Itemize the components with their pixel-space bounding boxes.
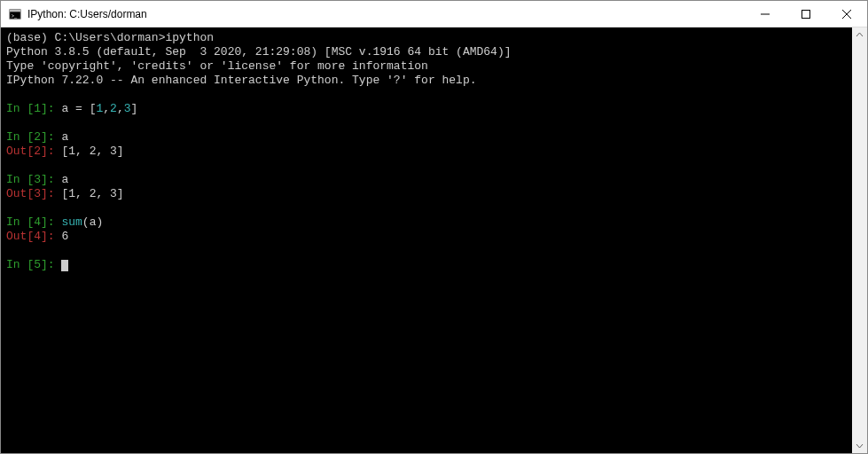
in-num: 4 bbox=[34, 215, 41, 229]
maximize-icon bbox=[802, 10, 810, 19]
code-fn: sum bbox=[61, 215, 82, 229]
code: a bbox=[61, 130, 68, 144]
out-prompt: ]: bbox=[41, 145, 61, 158]
in-prompt: ]: bbox=[41, 258, 61, 271]
code: ] bbox=[131, 102, 138, 115]
in-num: 5 bbox=[34, 258, 41, 271]
minimize-button[interactable] bbox=[745, 1, 786, 27]
banner-line: Python 3.8.5 (default, Sep 3 2020, 21:29… bbox=[6, 45, 512, 59]
scroll-down-button[interactable] bbox=[852, 438, 867, 453]
close-button[interactable] bbox=[826, 1, 867, 27]
svg-rect-4 bbox=[802, 10, 810, 18]
out-prompt: ]: bbox=[41, 187, 61, 200]
code: , bbox=[117, 102, 124, 115]
maximize-button[interactable] bbox=[786, 1, 826, 27]
in-prompt: ]: bbox=[41, 215, 61, 229]
in-prompt: ]: bbox=[41, 173, 61, 186]
out-prompt: Out[ bbox=[6, 230, 34, 243]
titlebar[interactable]: >_ IPython: C:Users/dorman bbox=[1, 1, 867, 27]
code: (a) bbox=[82, 215, 103, 229]
out-value: [1, 2, 3] bbox=[61, 187, 123, 200]
prompt-text: (base) C:\Users\dorman> bbox=[6, 31, 165, 44]
out-prompt: ]: bbox=[41, 230, 61, 243]
in-prompt: In [ bbox=[6, 102, 34, 115]
app-window: >_ IPython: C:Users/dorman (base) C:\Use… bbox=[0, 0, 868, 454]
out-value: 6 bbox=[61, 230, 68, 243]
terminal-icon: >_ bbox=[8, 7, 22, 21]
client-area: (base) C:\Users\dorman>ipython Python 3.… bbox=[1, 27, 867, 453]
chevron-up-icon bbox=[856, 31, 864, 39]
close-icon bbox=[842, 10, 851, 19]
out-num: 3 bbox=[34, 187, 41, 200]
minimize-icon bbox=[761, 10, 770, 19]
terminal[interactable]: (base) C:\Users\dorman>ipython Python 3.… bbox=[1, 27, 852, 453]
in-num: 2 bbox=[34, 130, 41, 144]
code: a bbox=[61, 173, 68, 186]
in-prompt: ]: bbox=[41, 130, 61, 144]
out-num: 4 bbox=[34, 230, 41, 243]
out-num: 2 bbox=[34, 145, 41, 158]
out-value: [1, 2, 3] bbox=[61, 145, 123, 158]
chevron-down-icon bbox=[856, 442, 864, 450]
banner-line: Type 'copyright', 'credits' or 'license'… bbox=[6, 59, 428, 73]
cursor bbox=[61, 260, 68, 271]
vertical-scrollbar[interactable] bbox=[852, 27, 867, 453]
window-title: IPython: C:Users/dorman bbox=[27, 8, 745, 20]
window-controls bbox=[745, 1, 867, 27]
in-prompt: In [ bbox=[6, 130, 34, 144]
command-text: ipython bbox=[165, 31, 214, 44]
code: , bbox=[103, 102, 110, 115]
svg-rect-1 bbox=[10, 9, 20, 12]
in-prompt: In [ bbox=[6, 215, 34, 229]
svg-text:>_: >_ bbox=[12, 12, 18, 18]
in-prompt: In [ bbox=[6, 258, 34, 271]
out-prompt: Out[ bbox=[6, 187, 34, 200]
scroll-up-button[interactable] bbox=[852, 27, 867, 43]
code: a = [ bbox=[61, 102, 96, 115]
in-prompt: In [ bbox=[6, 173, 34, 186]
in-num: 3 bbox=[34, 173, 41, 186]
code-num: 3 bbox=[124, 102, 131, 115]
code-num: 2 bbox=[110, 102, 117, 115]
banner-line: IPython 7.22.0 -- An enhanced Interactiv… bbox=[6, 74, 477, 87]
in-num: 1 bbox=[34, 102, 41, 115]
out-prompt: Out[ bbox=[6, 145, 34, 158]
in-prompt: ]: bbox=[41, 102, 61, 115]
